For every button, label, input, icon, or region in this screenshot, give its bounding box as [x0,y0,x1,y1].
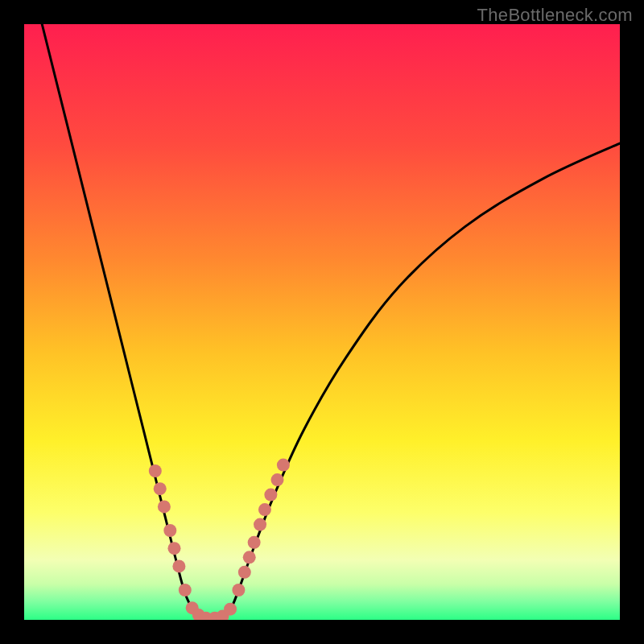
marker-point [163,524,176,537]
marker-point [258,503,271,516]
chart-background [24,24,620,620]
marker-point [264,489,277,502]
chart-svg [24,24,620,620]
marker-point [172,559,185,572]
marker-point [149,464,162,477]
marker-point [158,500,171,513]
watermark-text: TheBottleneck.com [477,5,633,26]
chart-plot [24,24,620,620]
marker-point [271,473,284,486]
marker-point [232,584,245,597]
marker-point [238,566,251,579]
marker-point [154,482,167,495]
marker-point [254,518,266,531]
marker-point [167,542,180,555]
marker-point [277,459,290,472]
marker-point [224,603,237,616]
marker-point [248,536,261,549]
marker-point [179,584,192,597]
marker-point [243,551,256,564]
